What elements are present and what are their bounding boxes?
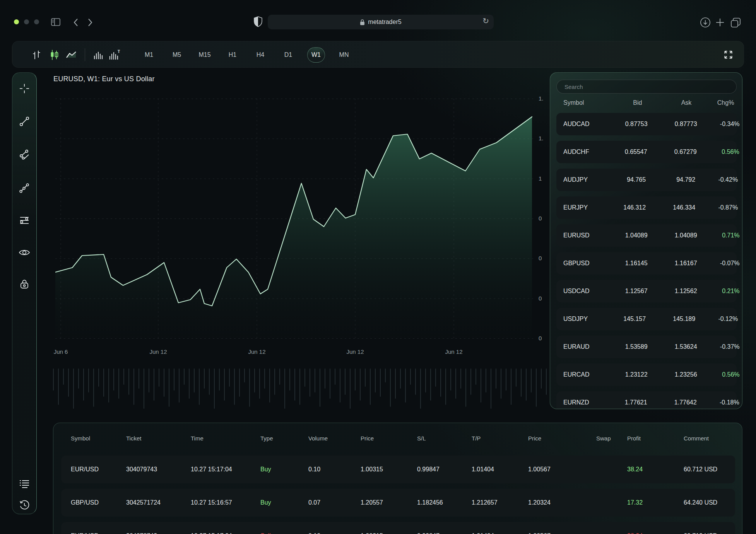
orders-col-price: Price — [361, 435, 417, 442]
watchlist-row-gbpusd[interactable]: GBPUSD1.161451.16167-0.07% — [556, 252, 737, 275]
order-row-3042571724[interactable]: GBP/USD304257172410.27 15:16:57Buy0.071.… — [61, 489, 735, 517]
history-button[interactable] — [17, 498, 32, 513]
fullscreen-button[interactable] — [720, 47, 737, 62]
volume-bar — [68, 369, 69, 397]
timeframe-m1[interactable]: M1 — [140, 47, 158, 63]
volume-bar — [496, 369, 496, 389]
object-list-button[interactable] — [17, 476, 32, 491]
volume-bar — [501, 369, 501, 399]
volume-bar — [350, 369, 351, 409]
volume-bar — [455, 369, 456, 399]
candlestick-chart-button[interactable] — [46, 41, 63, 68]
forward-button[interactable] — [87, 18, 93, 27]
order-cell-ticket: 304078743 — [126, 532, 191, 534]
volume-button[interactable] — [90, 41, 107, 68]
volume-bar — [430, 369, 431, 401]
volume-bar — [189, 369, 190, 399]
volume-bar — [460, 369, 461, 389]
timeframe-w1[interactable]: W1 — [307, 47, 325, 63]
line-chart-button[interactable] — [63, 41, 80, 68]
orders-col-symbol: Symbol — [71, 435, 126, 442]
watchlist-row-eurjpy[interactable]: EURJPY146.312146.334-0.87% — [556, 196, 737, 219]
watchlist-row-eurusd[interactable]: EURUSD1.040891.040890.71% — [556, 224, 737, 247]
sidebar-toggle-button[interactable] — [51, 18, 60, 26]
volume-bar — [304, 369, 305, 387]
ask: 1.23256 — [648, 371, 697, 378]
tick-volume-button[interactable]: T — [106, 41, 123, 68]
url-bar[interactable]: metatrader5 ↻ — [268, 15, 494, 29]
watchlist-row-audchf[interactable]: AUDCHF0.655470.672790.56% — [556, 141, 737, 163]
indicator-settings-button[interactable] — [17, 213, 32, 228]
volume-bar — [375, 369, 376, 392]
symbol: AUDCHF — [563, 148, 589, 155]
y-axis-label: 1 — [539, 175, 542, 182]
watchlist-row-usdjpy[interactable]: USDJPY145.157145.189-0.12% — [556, 308, 737, 330]
channel-tool-button[interactable] — [17, 147, 32, 162]
order-cell-type: Buy — [260, 499, 308, 506]
timeframe-h1[interactable]: H1 — [224, 47, 241, 63]
volume-bar — [450, 369, 451, 391]
order-cell-type: Sell — [260, 532, 308, 534]
volume-bar — [420, 369, 421, 409]
lock-icon — [20, 279, 29, 289]
order-row-304078743[interactable]: EUR/USD30407874310.27 15:17:04Sell0.101.… — [61, 522, 735, 534]
volume-bar — [88, 369, 89, 392]
watchlist-row-audjpy[interactable]: AUDJPY94.76594.792-0.42% — [556, 169, 737, 191]
orders-col-volume: Volume — [308, 435, 361, 442]
privacy-shield-icon[interactable] — [254, 16, 262, 27]
watchlist-row-audcad[interactable]: AUDCAD0.877530.87773-0.34% — [556, 113, 737, 135]
price-chart[interactable] — [55, 99, 533, 339]
window-control-zoom[interactable] — [34, 19, 39, 24]
x-axis-label: Jun 12 — [445, 348, 462, 355]
volume-bar — [465, 369, 466, 407]
watchlist-row-usdcad[interactable]: USDCAD1.125671.125620.21% — [556, 280, 737, 302]
timeframe-d1[interactable]: D1 — [279, 47, 297, 63]
volume-histogram-icon — [94, 50, 104, 60]
order-row-304079743[interactable]: EUR/USD30407974310.27 15:17:04Buy0.101.0… — [61, 456, 735, 483]
bars-chart-icon — [32, 50, 41, 60]
back-button[interactable] — [73, 18, 79, 27]
new-tab-button[interactable] — [715, 17, 725, 27]
downloads-button[interactable] — [700, 17, 711, 28]
bid: 1.53589 — [590, 343, 648, 350]
lock-chart-button[interactable] — [17, 276, 32, 292]
window-control-minimize[interactable] — [24, 19, 29, 24]
search-input[interactable] — [556, 80, 737, 94]
volume-bar — [123, 369, 124, 385]
crosshair-tool-button[interactable] — [17, 81, 32, 96]
order-cell-sl: 0.99847 — [417, 532, 472, 534]
timeframe-m5[interactable]: M5 — [168, 47, 186, 63]
orders-col-ticket: Ticket — [126, 435, 191, 442]
order-cell-tp: 1.01404 — [472, 466, 528, 473]
url-text: metatrader5 — [368, 19, 401, 26]
x-axis-label: Jun 6 — [54, 348, 68, 355]
polyline-tool-button[interactable] — [17, 180, 32, 196]
window-control-close[interactable] — [14, 19, 19, 24]
bid: 145.157 — [588, 316, 646, 322]
reload-button[interactable]: ↻ — [482, 16, 489, 26]
volume-bar — [234, 369, 235, 405]
tab-overview-button[interactable] — [730, 17, 741, 28]
watchlist-row-eurnzd[interactable]: EURNZD1.776211.77642-0.18% — [556, 391, 737, 409]
volume-bar — [58, 369, 59, 405]
volume-bar — [133, 369, 134, 405]
visibility-button[interactable] — [17, 245, 32, 260]
volume-bar — [425, 369, 426, 392]
change-percent: -0.07% — [697, 260, 740, 267]
timeframe-h4[interactable]: H4 — [251, 47, 269, 63]
volume-bar — [279, 369, 280, 385]
trendline-tool-button[interactable] — [17, 114, 32, 129]
volume-bar — [98, 369, 99, 387]
order-cell-sl: 1.182456 — [417, 499, 472, 506]
volume-bar — [531, 369, 532, 392]
volume-bar — [113, 369, 114, 391]
order-cell-type: Buy — [260, 466, 308, 473]
order-cell-price-current: 1.20324 — [528, 499, 596, 506]
volume-bar — [445, 369, 446, 405]
bars-chart-button[interactable] — [28, 41, 45, 68]
watchlist-row-euraud[interactable]: EURAUD1.535891.53624-0.37% — [556, 336, 737, 358]
timeframe-m15[interactable]: M15 — [196, 47, 214, 63]
symbol: GBPUSD — [563, 260, 590, 267]
timeframe-mn[interactable]: MN — [335, 47, 353, 63]
watchlist-row-eurcad[interactable]: EURCAD1.231221.232560.56% — [556, 363, 737, 386]
